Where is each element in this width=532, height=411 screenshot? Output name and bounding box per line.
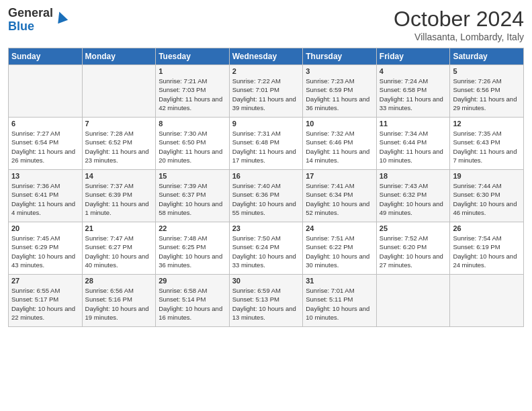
day-detail: Sunrise: 7:37 AM Sunset: 6:39 PM Dayligh… bbox=[85, 181, 153, 217]
day-number: 17 bbox=[306, 172, 373, 180]
calendar-cell: 27Sunrise: 6:55 AM Sunset: 5:17 PM Dayli… bbox=[9, 275, 83, 327]
week-row-1: 6Sunrise: 7:27 AM Sunset: 6:54 PM Daylig… bbox=[9, 118, 524, 170]
page-container: General Blue October 2024 Villasanta, Lo… bbox=[0, 0, 532, 332]
day-detail: Sunrise: 7:45 AM Sunset: 6:29 PM Dayligh… bbox=[11, 234, 79, 269]
day-detail: Sunrise: 7:54 AM Sunset: 6:19 PM Dayligh… bbox=[453, 234, 521, 269]
calendar-cell: 19Sunrise: 7:44 AM Sunset: 6:30 PM Dayli… bbox=[450, 170, 524, 222]
calendar-cell: 12Sunrise: 7:35 AM Sunset: 6:43 PM Dayli… bbox=[450, 118, 524, 170]
calendar-cell: 21Sunrise: 7:47 AM Sunset: 6:27 PM Dayli… bbox=[82, 222, 156, 275]
day-detail: Sunrise: 7:35 AM Sunset: 6:43 PM Dayligh… bbox=[453, 129, 521, 165]
day-detail: Sunrise: 7:52 AM Sunset: 6:20 PM Dayligh… bbox=[380, 234, 447, 269]
day-detail: Sunrise: 7:23 AM Sunset: 6:59 PM Dayligh… bbox=[306, 77, 373, 112]
day-number: 19 bbox=[453, 172, 521, 180]
day-number: 7 bbox=[85, 120, 153, 128]
calendar-cell: 1Sunrise: 7:21 AM Sunset: 7:03 PM Daylig… bbox=[156, 65, 230, 118]
calendar-cell: 9Sunrise: 7:31 AM Sunset: 6:48 PM Daylig… bbox=[229, 118, 303, 170]
calendar-cell bbox=[9, 65, 83, 118]
day-number: 30 bbox=[232, 277, 300, 285]
day-detail: Sunrise: 7:24 AM Sunset: 6:58 PM Dayligh… bbox=[380, 77, 447, 112]
calendar-cell: 28Sunrise: 6:56 AM Sunset: 5:16 PM Dayli… bbox=[82, 275, 156, 327]
header-day-saturday: Saturday bbox=[450, 48, 524, 65]
day-number: 15 bbox=[159, 172, 226, 180]
day-detail: Sunrise: 7:44 AM Sunset: 6:30 PM Dayligh… bbox=[453, 181, 521, 217]
svg-marker-0 bbox=[54, 10, 68, 24]
day-detail: Sunrise: 7:40 AM Sunset: 6:36 PM Dayligh… bbox=[232, 181, 300, 217]
day-detail: Sunrise: 7:43 AM Sunset: 6:32 PM Dayligh… bbox=[380, 181, 447, 217]
day-detail: Sunrise: 7:39 AM Sunset: 6:37 PM Dayligh… bbox=[159, 181, 226, 217]
day-detail: Sunrise: 6:58 AM Sunset: 5:14 PM Dayligh… bbox=[159, 286, 226, 322]
calendar-cell bbox=[376, 275, 450, 327]
calendar-cell: 20Sunrise: 7:45 AM Sunset: 6:29 PM Dayli… bbox=[9, 222, 83, 275]
day-number: 16 bbox=[232, 172, 300, 180]
calendar-cell: 6Sunrise: 7:27 AM Sunset: 6:54 PM Daylig… bbox=[9, 118, 83, 170]
day-detail: Sunrise: 7:50 AM Sunset: 6:24 PM Dayligh… bbox=[232, 234, 300, 269]
day-number: 3 bbox=[306, 67, 373, 75]
calendar-cell: 16Sunrise: 7:40 AM Sunset: 6:36 PM Dayli… bbox=[229, 170, 303, 222]
day-number: 21 bbox=[85, 224, 153, 232]
day-number: 5 bbox=[453, 67, 521, 75]
day-number: 4 bbox=[380, 67, 447, 75]
day-detail: Sunrise: 7:22 AM Sunset: 7:01 PM Dayligh… bbox=[232, 77, 300, 112]
calendar-cell: 4Sunrise: 7:24 AM Sunset: 6:58 PM Daylig… bbox=[376, 65, 450, 118]
header-day-monday: Monday bbox=[82, 48, 156, 65]
calendar-cell: 25Sunrise: 7:52 AM Sunset: 6:20 PM Dayli… bbox=[376, 222, 450, 275]
day-number: 22 bbox=[159, 224, 226, 232]
calendar-cell: 29Sunrise: 6:58 AM Sunset: 5:14 PM Dayli… bbox=[156, 275, 230, 327]
day-detail: Sunrise: 7:36 AM Sunset: 6:41 PM Dayligh… bbox=[11, 181, 79, 217]
logo: General Blue bbox=[8, 7, 68, 34]
day-detail: Sunrise: 7:21 AM Sunset: 7:03 PM Dayligh… bbox=[159, 77, 226, 112]
day-detail: Sunrise: 7:31 AM Sunset: 6:48 PM Dayligh… bbox=[232, 129, 300, 165]
calendar-cell: 13Sunrise: 7:36 AM Sunset: 6:41 PM Dayli… bbox=[9, 170, 83, 222]
title-section: October 2024 Villasanta, Lombardy, Italy bbox=[394, 7, 524, 42]
page-header: General Blue October 2024 Villasanta, Lo… bbox=[8, 7, 524, 42]
calendar-cell: 10Sunrise: 7:32 AM Sunset: 6:46 PM Dayli… bbox=[303, 118, 377, 170]
day-detail: Sunrise: 7:47 AM Sunset: 6:27 PM Dayligh… bbox=[85, 234, 153, 269]
day-number: 28 bbox=[85, 277, 153, 285]
day-number: 10 bbox=[306, 120, 373, 128]
day-detail: Sunrise: 6:59 AM Sunset: 5:13 PM Dayligh… bbox=[232, 286, 300, 322]
calendar-cell bbox=[82, 65, 156, 118]
day-number: 31 bbox=[306, 277, 373, 285]
day-number: 29 bbox=[159, 277, 226, 285]
week-row-3: 20Sunrise: 7:45 AM Sunset: 6:29 PM Dayli… bbox=[9, 222, 524, 275]
calendar-cell bbox=[450, 275, 524, 327]
day-detail: Sunrise: 7:28 AM Sunset: 6:52 PM Dayligh… bbox=[85, 129, 153, 165]
day-detail: Sunrise: 7:26 AM Sunset: 6:56 PM Dayligh… bbox=[453, 77, 521, 112]
location: Villasanta, Lombardy, Italy bbox=[394, 32, 524, 42]
day-detail: Sunrise: 7:41 AM Sunset: 6:34 PM Dayligh… bbox=[306, 181, 373, 217]
day-number: 13 bbox=[11, 172, 79, 180]
day-number: 8 bbox=[159, 120, 226, 128]
calendar-cell: 8Sunrise: 7:30 AM Sunset: 6:50 PM Daylig… bbox=[156, 118, 230, 170]
day-detail: Sunrise: 7:34 AM Sunset: 6:44 PM Dayligh… bbox=[380, 129, 447, 165]
day-number: 26 bbox=[453, 224, 521, 232]
calendar-cell: 30Sunrise: 6:59 AM Sunset: 5:13 PM Dayli… bbox=[229, 275, 303, 327]
calendar-cell: 17Sunrise: 7:41 AM Sunset: 6:34 PM Dayli… bbox=[303, 170, 377, 222]
calendar-cell: 23Sunrise: 7:50 AM Sunset: 6:24 PM Dayli… bbox=[229, 222, 303, 275]
day-detail: Sunrise: 6:56 AM Sunset: 5:16 PM Dayligh… bbox=[85, 286, 153, 322]
header-day-tuesday: Tuesday bbox=[156, 48, 230, 65]
day-detail: Sunrise: 7:01 AM Sunset: 5:11 PM Dayligh… bbox=[306, 286, 373, 322]
day-number: 2 bbox=[232, 67, 300, 75]
calendar-cell: 24Sunrise: 7:51 AM Sunset: 6:22 PM Dayli… bbox=[303, 222, 377, 275]
logo-blue: Blue bbox=[8, 20, 53, 34]
day-number: 24 bbox=[306, 224, 373, 232]
week-row-2: 13Sunrise: 7:36 AM Sunset: 6:41 PM Dayli… bbox=[9, 170, 524, 222]
logo-general: General bbox=[8, 7, 53, 20]
day-number: 27 bbox=[11, 277, 79, 285]
day-number: 11 bbox=[380, 120, 447, 128]
calendar-table: SundayMondayTuesdayWednesdayThursdayFrid… bbox=[8, 48, 524, 327]
day-detail: Sunrise: 7:32 AM Sunset: 6:46 PM Dayligh… bbox=[306, 129, 373, 165]
calendar-cell: 7Sunrise: 7:28 AM Sunset: 6:52 PM Daylig… bbox=[82, 118, 156, 170]
day-detail: Sunrise: 7:30 AM Sunset: 6:50 PM Dayligh… bbox=[159, 129, 226, 165]
day-number: 25 bbox=[380, 224, 447, 232]
header-row: SundayMondayTuesdayWednesdayThursdayFrid… bbox=[9, 48, 524, 65]
week-row-4: 27Sunrise: 6:55 AM Sunset: 5:17 PM Dayli… bbox=[9, 275, 524, 327]
calendar-cell: 11Sunrise: 7:34 AM Sunset: 6:44 PM Dayli… bbox=[376, 118, 450, 170]
day-detail: Sunrise: 6:55 AM Sunset: 5:17 PM Dayligh… bbox=[11, 286, 79, 322]
header-day-friday: Friday bbox=[376, 48, 450, 65]
calendar-cell: 31Sunrise: 7:01 AM Sunset: 5:11 PM Dayli… bbox=[303, 275, 377, 327]
calendar-cell: 22Sunrise: 7:48 AM Sunset: 6:25 PM Dayli… bbox=[156, 222, 230, 275]
day-number: 14 bbox=[85, 172, 153, 180]
day-number: 6 bbox=[11, 120, 79, 128]
day-number: 9 bbox=[232, 120, 300, 128]
